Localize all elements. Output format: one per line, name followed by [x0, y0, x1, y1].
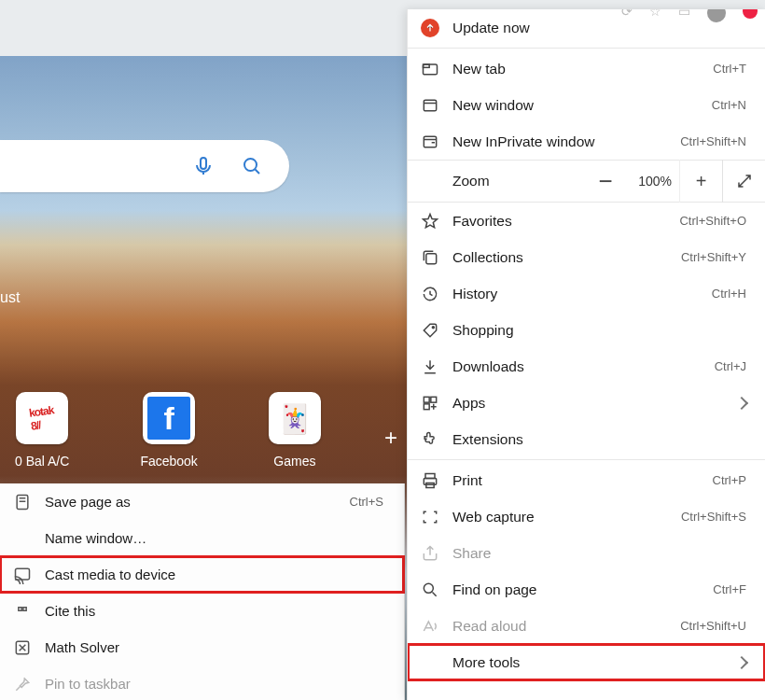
shortcut: Ctrl+Shift+N — [680, 134, 746, 148]
apps[interactable]: Apps — [408, 385, 765, 421]
search-bar[interactable] — [0, 140, 289, 192]
separator — [408, 459, 765, 460]
svg-rect-12 — [431, 397, 437, 402]
downloads[interactable]: Downloads Ctrl+J — [408, 348, 765, 385]
shortcut: Ctrl+Shift+U — [680, 619, 746, 633]
share: Share — [408, 535, 765, 571]
quick-links: kotak8// 0 Bal A/C f Facebook 🃏 Games — [0, 392, 405, 469]
add-tile-button[interactable]: + — [384, 425, 397, 451]
chevron-right-icon — [735, 655, 748, 668]
menu-label: More tools — [452, 654, 724, 671]
print[interactable]: Print Ctrl+P — [408, 462, 765, 498]
shortcut: Ctrl+Shift+S — [681, 510, 746, 524]
shortcut: Ctrl+N — [712, 98, 746, 112]
svg-rect-5 — [424, 64, 438, 75]
shortcut: Ctrl+S — [350, 495, 383, 509]
more-tools-submenu: Save page as Ctrl+S Name window… Cast me… — [0, 483, 405, 700]
star-icon[interactable]: ☆ — [649, 9, 661, 22]
zoom-in-button[interactable]: + — [679, 160, 722, 203]
tile-kotak[interactable]: kotak8// 0 Bal A/C — [15, 392, 69, 469]
menu-label: Name window… — [45, 530, 383, 546]
apps-icon — [421, 394, 439, 413]
menu-label: Read aloud — [452, 618, 667, 635]
tile-games[interactable]: 🃏 Games — [269, 392, 321, 469]
search-icon[interactable] — [241, 155, 263, 177]
menu-label: Shopping — [452, 322, 746, 339]
menu-label: Math Solver — [45, 639, 383, 655]
shopping[interactable]: Shopping — [408, 312, 765, 348]
date-chip: ust — [0, 289, 29, 306]
tile-facebook[interactable]: f Facebook — [140, 392, 197, 469]
tag-icon — [421, 321, 439, 340]
share-icon — [421, 544, 439, 563]
svg-rect-11 — [424, 397, 429, 402]
menu-label: New tab — [452, 61, 700, 77]
readaloud-icon — [421, 617, 439, 636]
history-icon — [421, 285, 439, 303]
collections[interactable]: Collections Ctrl+Shift+Y — [408, 239, 765, 275]
more-tools[interactable]: More tools — [408, 644, 765, 680]
quote-icon — [13, 602, 32, 621]
fullscreen-button[interactable] — [722, 160, 765, 203]
tile-label: Facebook — [140, 454, 197, 469]
pin-icon — [13, 675, 32, 693]
favorites[interactable]: Favorites Ctrl+Shift+O — [408, 203, 765, 239]
puzzle-icon — [421, 430, 439, 449]
separator — [408, 48, 765, 49]
notification-badge — [743, 9, 758, 19]
menu-label: Favorites — [452, 213, 666, 230]
collections-icon[interactable]: ▭ — [678, 9, 690, 22]
new-window[interactable]: New window Ctrl+N — [408, 87, 765, 123]
svg-rect-0 — [201, 158, 206, 169]
shortcut: Ctrl+T — [713, 62, 746, 76]
extensions[interactable]: Extensions — [408, 421, 765, 457]
name-window[interactable]: Name window… — [0, 520, 404, 556]
shortcut: Ctrl+H — [712, 287, 746, 301]
math-icon — [13, 638, 32, 657]
page-icon — [13, 493, 32, 511]
cast-media[interactable]: Cast media to device — [0, 556, 404, 593]
avatar-icon[interactable] — [707, 9, 726, 22]
math-solver[interactable]: Math Solver — [0, 629, 404, 665]
find-on-page[interactable]: Find on page Ctrl+F — [408, 571, 765, 608]
new-inprivate[interactable]: New InPrivate window Ctrl+Shift+N — [408, 123, 765, 160]
shortcut: Ctrl+F — [713, 582, 746, 596]
menu-label: Extensions — [452, 431, 746, 448]
svg-point-10 — [432, 326, 434, 328]
cast-icon — [13, 566, 32, 584]
svg-rect-6 — [424, 64, 430, 67]
capture-icon — [421, 508, 439, 526]
menu-label: New InPrivate window — [452, 133, 667, 150]
download-icon — [421, 357, 439, 376]
history[interactable]: History Ctrl+H — [408, 275, 765, 312]
blank-icon — [13, 529, 32, 548]
shortcut: Ctrl+Shift+O — [679, 214, 746, 228]
window-icon — [421, 96, 439, 115]
tile-label: Games — [273, 454, 315, 469]
svg-rect-2 — [17, 495, 28, 509]
menu-label: Web capture — [452, 509, 668, 525]
mic-icon[interactable] — [192, 155, 215, 177]
facebook-icon: f — [143, 392, 195, 444]
zoom-out-button[interactable]: − — [584, 160, 627, 203]
menu-label: Find on page — [452, 581, 700, 598]
menu-label: Apps — [452, 395, 724, 412]
menu-label: New window — [452, 97, 699, 114]
read-aloud: Read aloud Ctrl+Shift+U — [408, 608, 765, 644]
new-tab[interactable]: New tab Ctrl+T — [408, 50, 765, 87]
sync-icon[interactable]: ⟳ — [621, 9, 633, 22]
svg-rect-13 — [424, 403, 429, 409]
zoom-row: Zoom − 100% + — [408, 160, 765, 203]
web-capture[interactable]: Web capture Ctrl+Shift+S — [408, 498, 765, 535]
svg-rect-3 — [16, 568, 30, 580]
svg-rect-8 — [424, 136, 436, 147]
save-page-as[interactable]: Save page as Ctrl+S — [0, 483, 404, 520]
menu-label: Print — [452, 472, 700, 489]
inprivate-icon — [421, 133, 439, 151]
menu-label: Downloads — [452, 358, 702, 375]
cite-this[interactable]: Cite this — [0, 593, 404, 629]
menu-label: Share — [452, 545, 746, 562]
svg-point-1 — [244, 159, 257, 171]
cards-icon: 🃏 — [269, 392, 321, 444]
svg-rect-7 — [424, 100, 436, 111]
